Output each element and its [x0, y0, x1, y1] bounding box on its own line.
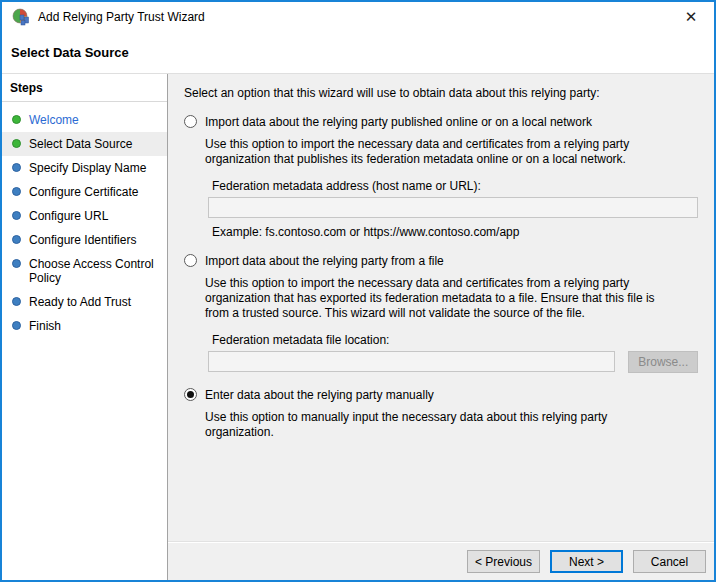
steps-list: Welcome Select Data Source Specify Displ…	[2, 102, 167, 338]
adfs-app-icon	[12, 8, 30, 26]
step-upcoming-bullet-icon	[12, 187, 21, 196]
main-panel: Select an option that this wizard will u…	[168, 74, 714, 580]
radio-import-online-label[interactable]: Import data about the relying party publ…	[205, 114, 592, 129]
step-upcoming-bullet-icon	[12, 297, 21, 306]
sidebar-item-configure-identifiers: Configure Identifiers	[2, 228, 167, 252]
sidebar-item-select-data-source: Select Data Source	[2, 132, 167, 156]
radio-enter-manually[interactable]: Enter data about the relying party manua…	[184, 387, 698, 402]
steps-heading: Steps	[2, 74, 167, 102]
radio-enter-manually-label[interactable]: Enter data about the relying party manua…	[205, 387, 434, 402]
step-upcoming-bullet-icon	[12, 163, 21, 172]
metadata-address-input	[208, 197, 698, 218]
title-bar: Add Relying Party Trust Wizard ✕	[2, 2, 714, 32]
radio-import-online[interactable]: Import data about the relying party publ…	[184, 114, 698, 129]
step-done-bullet-icon	[12, 139, 21, 148]
page-title: Select Data Source	[11, 45, 129, 60]
sidebar-item-finish: Finish	[2, 314, 167, 338]
instruction-text: Select an option that this wizard will u…	[184, 86, 698, 100]
wizard-button-bar: < Previous Next > Cancel	[168, 542, 714, 580]
radio-import-file-label[interactable]: Import data about the relying party from…	[205, 253, 444, 268]
steps-sidebar: Steps Welcome Select Data Source Specify…	[2, 74, 168, 580]
sidebar-item-ready-to-add-trust: Ready to Add Trust	[2, 290, 167, 314]
radio-import-file[interactable]: Import data about the relying party from…	[184, 253, 698, 268]
cancel-button[interactable]: Cancel	[633, 550, 706, 573]
radio-selected-icon[interactable]	[184, 388, 197, 401]
browse-button: Browse...	[628, 351, 698, 373]
metadata-file-label: Federation metadata file location:	[212, 333, 698, 347]
import-file-description: Use this option to import the necessary …	[205, 276, 674, 321]
window-title: Add Relying Party Trust Wizard	[38, 10, 205, 24]
radio-unselected-icon[interactable]	[184, 254, 197, 267]
next-button[interactable]: Next >	[550, 550, 623, 573]
sidebar-item-choose-access-control-policy: Choose Access Control Policy	[2, 252, 167, 290]
previous-button[interactable]: < Previous	[467, 550, 540, 573]
sidebar-item-specify-display-name: Specify Display Name	[2, 156, 167, 180]
step-upcoming-bullet-icon	[12, 211, 21, 220]
metadata-address-example: Example: fs.contoso.com or https://www.c…	[212, 225, 698, 239]
import-online-description: Use this option to import the necessary …	[205, 137, 674, 167]
sidebar-item-configure-certificate: Configure Certificate	[2, 180, 167, 204]
sidebar-item-welcome: Welcome	[2, 108, 167, 132]
step-upcoming-bullet-icon	[12, 259, 21, 268]
step-done-bullet-icon	[12, 115, 21, 124]
metadata-address-label: Federation metadata address (host name o…	[212, 179, 698, 193]
step-upcoming-bullet-icon	[12, 321, 21, 330]
sidebar-item-configure-url: Configure URL	[2, 204, 167, 228]
close-icon[interactable]: ✕	[678, 6, 704, 28]
enter-manually-description: Use this option to manually input the ne…	[205, 410, 674, 440]
step-upcoming-bullet-icon	[12, 235, 21, 244]
metadata-file-input	[208, 351, 615, 372]
wizard-window: Add Relying Party Trust Wizard ✕ Select …	[0, 0, 716, 582]
radio-unselected-icon[interactable]	[184, 115, 197, 128]
page-heading-band: Select Data Source	[2, 32, 714, 74]
